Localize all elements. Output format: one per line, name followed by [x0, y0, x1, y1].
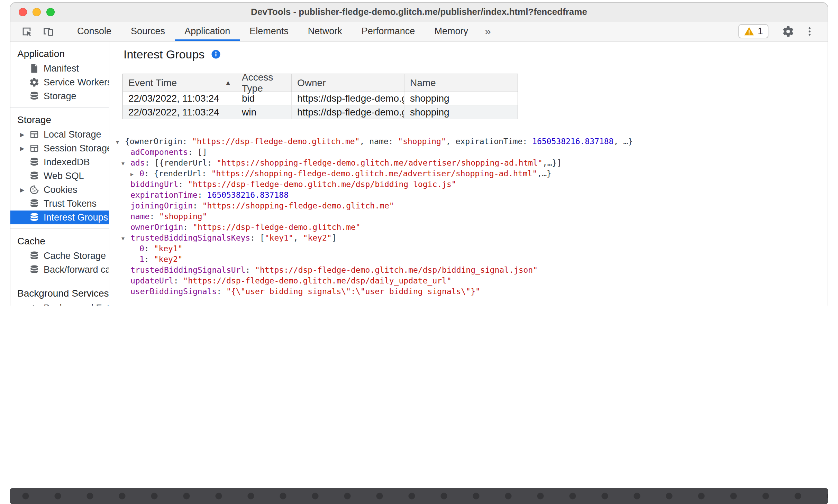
tree-text: "https://shopping-fledge-demo.glitch.me/…: [217, 158, 543, 167]
tree-text: :: [245, 265, 255, 274]
database-icon: [29, 212, 39, 223]
column-header-access-type[interactable]: Access Type: [236, 74, 292, 92]
database-icon: [29, 251, 39, 261]
sidebar-item-service-workers[interactable]: Service Workers: [10, 75, 109, 89]
tree-text: ,: [293, 233, 303, 242]
column-header-owner[interactable]: Owner: [292, 74, 404, 92]
tab-console[interactable]: Console: [67, 21, 121, 41]
chevron-right-icon[interactable]: ▶: [20, 131, 24, 138]
tree-text: joiningOrigin: [130, 201, 193, 210]
info-icon[interactable]: [211, 49, 221, 59]
toggle-device-toolbar-button[interactable]: [37, 21, 59, 41]
tree-text: biddingUrl: [130, 180, 178, 189]
sidebar-item-label: Back/forward cache: [44, 264, 109, 275]
sidebar-item-background-fetch[interactable]: Background Fetch: [10, 301, 109, 306]
fetch-arrow-icon: [29, 303, 39, 306]
tree-text: "https://shopping-fledge-demo.glitch.me": [202, 201, 394, 210]
tree-text: ownerOrigin: [130, 223, 183, 232]
disclosure-expanded-icon[interactable]: ▼: [116, 137, 125, 147]
tab-memory[interactable]: Memory: [425, 21, 478, 41]
disclosure-collapsed-icon[interactable]: ▶: [130, 169, 139, 179]
sidebar-item-interest-groups[interactable]: Interest Groups: [10, 211, 109, 224]
tab-sources[interactable]: Sources: [121, 21, 175, 41]
close-window-button[interactable]: [19, 8, 27, 16]
tree-text: "https://dsp-fledge-demo.glitch.me": [193, 223, 361, 232]
more-tabs-button[interactable]: »: [478, 21, 498, 41]
inspect-element-button[interactable]: [16, 21, 37, 41]
sidebar-item-trust-tokens[interactable]: Trust Tokens: [10, 197, 109, 211]
tree-line[interactable]: ▼{ownerOrigin: "https://dsp-fledge-demo.…: [110, 136, 828, 147]
tree-text: "https://dsp-fledge-demo.glitch.me": [192, 137, 360, 146]
tree-text: :: [198, 190, 207, 199]
tree-text: :: [144, 244, 154, 253]
dock-strip: [10, 488, 828, 504]
titlebar: DevTools - publisher-fledge-demo.glitch.…: [10, 3, 828, 21]
column-header-event-time[interactable]: Event Time ▲: [123, 74, 236, 92]
tree-line: adComponents: []: [110, 147, 828, 158]
section-header: Background Services: [10, 284, 109, 301]
tree-text: , name:: [360, 137, 398, 146]
device-toolbar-icon: [42, 26, 54, 37]
tree-text: "key2": [303, 233, 332, 242]
tree-text: :: [217, 287, 226, 296]
tree-text: : [{renderUrl:: [145, 158, 217, 167]
tree-line[interactable]: ▶0: {renderUrl: "https://shopping-fledge…: [110, 168, 828, 179]
sidebar-item-web-sql[interactable]: Web SQL: [10, 169, 109, 183]
cell-owner: https://dsp-fledge-demo.gl…: [292, 105, 404, 119]
zoom-window-button[interactable]: [46, 8, 55, 16]
cell-event-time: 22/03/2022, 11:03:24: [123, 92, 236, 105]
disclosure-expanded-icon[interactable]: ▼: [121, 233, 130, 243]
tree-line[interactable]: ▼trustedBiddingSignalsKeys: ["key1", "ke…: [110, 233, 828, 243]
tab-network[interactable]: Network: [298, 21, 352, 41]
kebab-menu-icon: [804, 26, 815, 37]
sidebar-item-label: Cookies: [44, 185, 109, 195]
panel-content: Application Manifest Service Workers: [10, 41, 828, 306]
warning-icon: [744, 26, 754, 37]
issues-warning-badge[interactable]: 1: [738, 24, 768, 38]
disclosure-expanded-icon[interactable]: ▼: [121, 158, 130, 168]
sidebar-item-label: Cache Storage: [44, 251, 109, 261]
tree-text: 1650538216.837188: [532, 137, 613, 146]
tree-text: name: [130, 212, 149, 221]
sidebar-item-cookies[interactable]: ▶ Cookies: [10, 183, 109, 197]
sidebar-item-back-forward-cache[interactable]: Back/forward cache: [10, 263, 109, 277]
sidebar-item-storage[interactable]: Storage: [10, 89, 109, 103]
sidebar-item-label: Interest Groups: [44, 212, 109, 223]
json-tree: ▼{ownerOrigin: "https://dsp-fledge-demo.…: [110, 136, 828, 306]
tab-performance[interactable]: Performance: [352, 21, 425, 41]
sidebar-item-local-storage[interactable]: ▶ Local Storage: [10, 128, 109, 141]
settings-button[interactable]: [777, 25, 799, 38]
cell-access-type: bid: [236, 92, 292, 105]
database-icon: [29, 171, 39, 181]
sidebar-item-indexeddb[interactable]: IndexedDB: [10, 155, 109, 169]
cell-owner: https://dsp-fledge-demo.gl…: [292, 92, 404, 105]
section-header: Cache: [10, 232, 109, 249]
chevron-right-icon[interactable]: ▶: [20, 145, 24, 152]
sidebar-item-cache-storage[interactable]: Cache Storage: [10, 249, 109, 263]
sort-asc-icon[interactable]: ▲: [225, 79, 231, 86]
inspect-cursor-icon: [21, 26, 33, 37]
tree-text: :: [178, 180, 188, 189]
tab-elements[interactable]: Elements: [240, 21, 298, 41]
tree-line: 1: "key2": [110, 254, 828, 265]
column-header-name[interactable]: Name: [404, 74, 518, 92]
tab-application[interactable]: Application: [175, 21, 240, 41]
sidebar-item-label: Local Storage: [44, 129, 109, 140]
sidebar-section-background-services: Background Services Background Fetch: [10, 281, 109, 306]
database-icon: [29, 157, 39, 167]
tree-text: "https://dsp-fledge-demo.glitch.me/dsp/d…: [183, 276, 451, 285]
tree-text: 1: [139, 255, 144, 264]
tree-line[interactable]: ▼ads: [{renderUrl: "https://shopping-fle…: [110, 158, 828, 168]
tree-line: joiningOrigin: "https://shopping-fledge-…: [110, 200, 828, 211]
more-options-button[interactable]: [799, 26, 820, 37]
tree-line: biddingUrl: "https://dsp-fledge-demo.gli…: [110, 179, 828, 190]
minimize-window-button[interactable]: [33, 8, 41, 16]
tree-text: ,…}]: [543, 158, 562, 167]
sidebar-item-session-storage[interactable]: ▶ Session Storage: [10, 141, 109, 155]
column-label: Access Type: [242, 72, 286, 94]
tree-text: :: [193, 201, 202, 210]
tree-text: updateUrl: [130, 276, 174, 285]
chevron-right-icon[interactable]: ▶: [20, 187, 24, 193]
sidebar-item-manifest[interactable]: Manifest: [10, 62, 109, 75]
sidebar-item-label: Manifest: [44, 63, 109, 74]
